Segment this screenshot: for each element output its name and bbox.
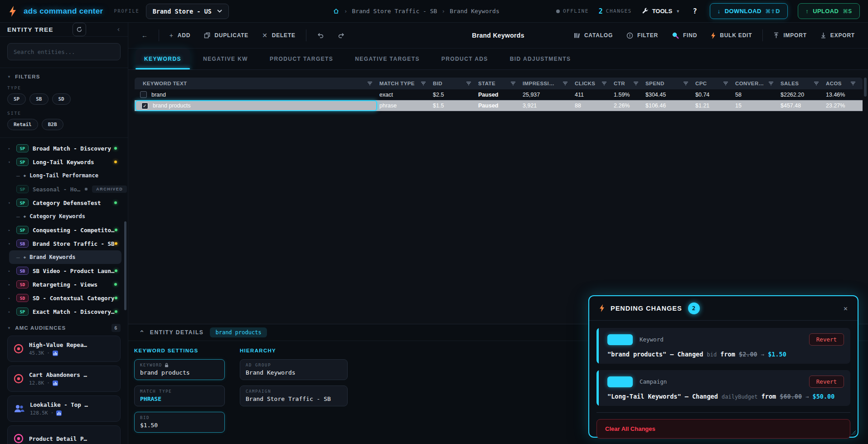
- collapse-chevron-icon[interactable]: ^: [140, 329, 144, 336]
- filter-chip-sb[interactable]: SB: [29, 93, 48, 105]
- breadcrumb-item-adgroup[interactable]: Brand Keywords: [450, 8, 499, 15]
- tab-keywords[interactable]: KEYWORDS: [136, 49, 190, 69]
- tab-negative-targets[interactable]: NEGATIVE TARGETS: [346, 49, 428, 69]
- clear-all-changes-button[interactable]: Clear All Changes: [596, 419, 850, 439]
- tree-item-adgroup[interactable]: — ◆ Category Keywords: [3, 210, 125, 223]
- tree-item-campaign[interactable]: ▸ SP Broad Match - Discovery: [3, 141, 125, 155]
- column-header-bid[interactable]: BID: [433, 81, 478, 86]
- column-header-match-type[interactable]: MATCH TYPE: [379, 81, 433, 86]
- column-header-state[interactable]: STATE: [478, 81, 523, 86]
- revert-button[interactable]: Revert: [809, 376, 844, 388]
- column-header-clicks[interactable]: CLICKS: [575, 81, 614, 86]
- column-header-cpc[interactable]: CPC: [695, 81, 735, 86]
- chevron-right-icon[interactable]: ▸: [8, 269, 16, 273]
- upload-button[interactable]: ↑ UPLOAD ⌘S: [798, 3, 860, 19]
- chevron-right-icon[interactable]: ▸: [8, 228, 16, 232]
- chevron-down-icon[interactable]: ▾: [8, 160, 16, 164]
- tree-item-campaign[interactable]: ▾ SP Category DefenseTest: [3, 196, 125, 210]
- filter-funnel-icon[interactable]: [723, 82, 728, 85]
- chevron-down-icon[interactable]: ▾: [8, 242, 16, 246]
- filter-funnel-icon[interactable]: [368, 82, 372, 85]
- amc-audiences-toggle[interactable]: ▼ AMC AUDIENCES 6: [7, 324, 121, 332]
- filter-chip-b2b[interactable]: B2B: [42, 119, 63, 130]
- bid-cell[interactable]: $2.5: [433, 92, 478, 98]
- sidebar-scrollbar-thumb[interactable]: [124, 221, 126, 310]
- filter-chip-sd[interactable]: SD: [52, 93, 71, 105]
- tree-item-campaign[interactable]: ▸ SD SD - Contextual Category: [3, 291, 125, 305]
- filter-funnel-icon[interactable]: [634, 82, 638, 85]
- home-icon[interactable]: [333, 8, 339, 15]
- revert-button[interactable]: Revert: [809, 333, 844, 346]
- tree-item-campaign[interactable]: ▾ SB Brand Store Traffic - SB: [3, 237, 125, 250]
- chevron-down-icon[interactable]: ▾: [8, 201, 16, 205]
- column-header-impressions[interactable]: IMPRESSI…: [523, 81, 575, 86]
- filter-funnel-icon[interactable]: [421, 82, 426, 85]
- tab-product-targets[interactable]: PRODUCT TARGETS: [261, 49, 342, 69]
- adgroup-field[interactable]: AD GROUP Brand Keywords: [240, 359, 348, 380]
- help-button[interactable]: ?: [690, 7, 700, 15]
- filter-funnel-icon[interactable]: [684, 82, 688, 85]
- audience-card[interactable]: High-Value Repea… 45.3K ·: [7, 336, 121, 362]
- find-button[interactable]: FIND: [665, 28, 704, 43]
- catalog-button[interactable]: CATALOG: [567, 28, 620, 43]
- tree-item-campaign[interactable]: ▸ SP Exact Match - Discovery…: [3, 305, 125, 318]
- back-button[interactable]: ←: [135, 28, 155, 43]
- filter-funnel-icon[interactable]: [511, 82, 515, 85]
- filter-chip-retail[interactable]: Retail: [7, 119, 38, 130]
- resize-handle[interactable]: [851, 430, 856, 435]
- filters-toggle[interactable]: ▼ FILTERS: [7, 74, 121, 79]
- column-header-ctr[interactable]: CTR: [614, 81, 645, 86]
- tree-item-campaign[interactable]: ▸ SB SB Video - Product Laun…: [3, 264, 125, 278]
- audience-card[interactable]: Lookalike - Top … 128.5K ·: [7, 395, 121, 422]
- filter-funnel-icon[interactable]: [769, 82, 773, 85]
- refresh-button[interactable]: [73, 23, 86, 36]
- audience-card[interactable]: Cart Abandoners … 12.8K ·: [7, 366, 121, 392]
- filter-button[interactable]: FILTER: [620, 28, 665, 43]
- filter-chip-sp[interactable]: SP: [7, 93, 26, 105]
- row-checkbox-checked[interactable]: ✓: [141, 102, 148, 109]
- add-button[interactable]: + ADD: [163, 28, 197, 43]
- tab-product-ads[interactable]: PRODUCT ADS: [433, 49, 497, 69]
- table-scrollbar-thumb[interactable]: [864, 78, 867, 97]
- tab-negative-kw[interactable]: NEGATIVE KW: [194, 49, 257, 69]
- filter-funnel-icon[interactable]: [602, 82, 606, 85]
- filter-funnel-icon[interactable]: [563, 82, 567, 85]
- column-header-keyword-text[interactable]: KEYWORD TEXT: [135, 81, 379, 86]
- bulk-edit-button[interactable]: BULK EDIT: [704, 28, 759, 43]
- import-button[interactable]: IMPORT: [766, 28, 813, 43]
- tree-item-adgroup-selected[interactable]: — ◆ Brand Keywords: [9, 250, 121, 264]
- filter-funnel-icon[interactable]: [814, 82, 819, 85]
- duplicate-button[interactable]: DUPLICATE: [197, 28, 255, 43]
- table-row[interactable]: brand exact $2.5 Paused 25,937 411 1.59%…: [135, 89, 863, 100]
- chevron-right-icon[interactable]: ▸: [8, 283, 16, 287]
- filter-funnel-icon[interactable]: [466, 82, 471, 85]
- campaign-field[interactable]: CAMPAIGN Brand Store Traffic - SB: [240, 385, 348, 406]
- match-type-field[interactable]: MATCH TYPE PHRASE: [134, 385, 225, 406]
- close-icon[interactable]: ✕: [844, 304, 848, 312]
- tools-menu-button[interactable]: TOOLS ▼: [642, 8, 680, 15]
- table-row-selected[interactable]: ✓ brand products phrase $1.5 Paused 3,92…: [135, 100, 863, 111]
- redo-button[interactable]: [331, 28, 352, 43]
- undo-button[interactable]: [310, 28, 331, 43]
- tree-item-campaign[interactable]: ▸ SD Retargeting - Views: [3, 278, 125, 291]
- filter-funnel-icon[interactable]: [851, 82, 855, 85]
- keyword-field[interactable]: KEYWORD brand products: [134, 359, 225, 380]
- column-header-conversions[interactable]: CONVER…: [735, 81, 781, 86]
- bid-field[interactable]: BID $1.50: [134, 412, 225, 433]
- column-header-acos[interactable]: ACOS: [826, 81, 863, 86]
- download-button[interactable]: ↓ DOWNLOAD ⌘⇧D: [710, 3, 788, 19]
- state-cell[interactable]: Paused: [478, 92, 523, 98]
- tree-item-campaign-archived[interactable]: SP Seasonal - Ho… ARCHIVED: [3, 182, 125, 196]
- tab-bid-adjustments[interactable]: BID ADJUSTMENTS: [501, 49, 580, 69]
- audience-card[interactable]: Product Detail P…: [7, 425, 121, 444]
- column-header-sales[interactable]: SALES: [781, 81, 826, 86]
- bid-cell[interactable]: $1.5: [433, 102, 478, 109]
- profile-select[interactable]: Brand Store - US: [146, 4, 229, 19]
- chevron-right-icon[interactable]: ▸: [8, 146, 16, 151]
- chevron-right-icon[interactable]: ▸: [8, 296, 16, 300]
- tree-item-campaign[interactable]: ▾ SP Long-Tail Keywords: [3, 155, 125, 169]
- tree-item-campaign[interactable]: ▸ SP Conquesting - Competito…: [3, 223, 125, 237]
- chevron-right-icon[interactable]: ▸: [8, 310, 16, 314]
- delete-button[interactable]: ✕ DELETE: [255, 28, 302, 43]
- row-checkbox[interactable]: [140, 91, 147, 98]
